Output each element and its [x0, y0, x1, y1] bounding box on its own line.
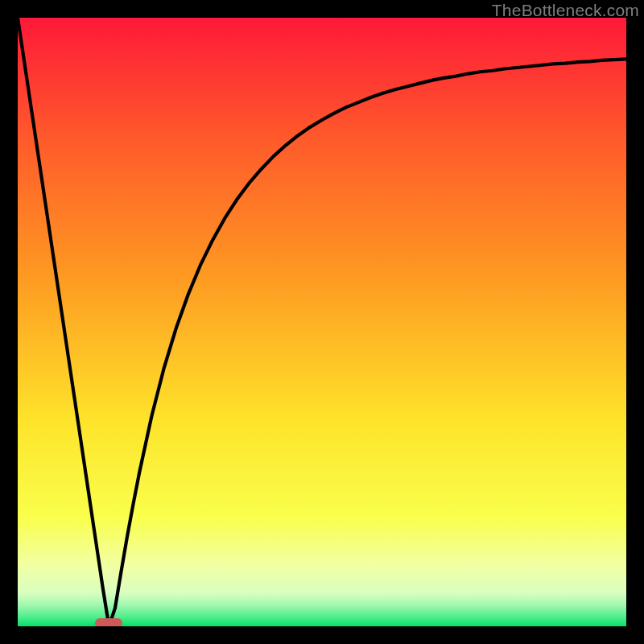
gradient-background: [18, 18, 626, 626]
minimum-marker: [95, 618, 122, 626]
watermark-text: TheBottleneck.com: [492, 1, 639, 20]
plot-area: [18, 18, 626, 626]
chart-frame: TheBottleneck.com: [0, 0, 644, 644]
plot-svg: [18, 18, 626, 626]
